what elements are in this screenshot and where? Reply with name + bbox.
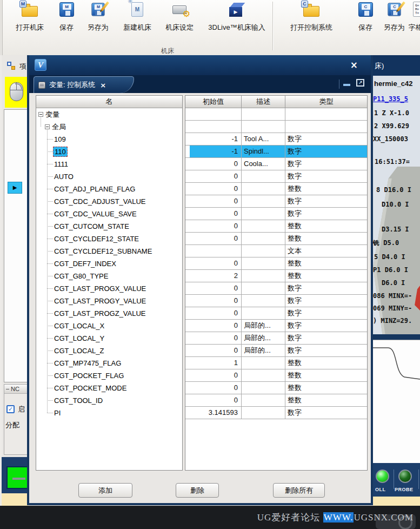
- variable-row-CGT_LOCAL_X[interactable]: 0局部的...数字: [185, 320, 367, 332]
- description-cell[interactable]: [242, 295, 285, 307]
- variable-row-PI[interactable]: 3.141593数字: [185, 407, 367, 419]
- collapse-toggle-icon[interactable]: [45, 124, 50, 129]
- type-cell[interactable]: 数字: [285, 295, 367, 307]
- tree-node-label[interactable]: CGT_POCKET_MODE: [54, 382, 126, 394]
- ribbon-button-5[interactable]: ▶3DLive™机床输入: [201, 0, 272, 39]
- initial-value-cell[interactable]: 0: [185, 282, 242, 294]
- initial-value-cell[interactable]: 2: [185, 270, 242, 282]
- tree-node-CGT_CUTCOM_STATE[interactable]: CGT_CUTCOM_STATE: [36, 220, 182, 233]
- variable-row-CGT_CUTCOM_STATE[interactable]: 0整数: [185, 220, 367, 233]
- type-cell[interactable]: 整数: [285, 270, 367, 282]
- description-cell[interactable]: [242, 195, 285, 207]
- type-cell[interactable]: 数字: [285, 170, 367, 182]
- tree-node-CGT_CDC_VALUE_SAVE[interactable]: CGT_CDC_VALUE_SAVE: [36, 208, 182, 220]
- tree-node-109[interactable]: 109: [36, 133, 182, 146]
- description-cell[interactable]: [242, 233, 285, 244]
- type-cell[interactable]: 数字: [285, 407, 367, 419]
- description-cell[interactable]: [242, 220, 285, 232]
- nc-section-header[interactable]: NC: [4, 385, 28, 394]
- tree-node-label[interactable]: CGT_G80_TYPE: [54, 270, 108, 282]
- initial-value-cell[interactable]: 0: [185, 382, 242, 394]
- tree-node-label[interactable]: CGT_ADJ_PLANE_FLAG: [54, 183, 135, 195]
- variable-row-CGT_CDC_ADJUST_VALUE[interactable]: 0数字: [185, 195, 367, 208]
- type-cell[interactable]: 数字: [285, 158, 367, 170]
- tree-node-label[interactable]: PI: [54, 407, 61, 419]
- tree-node-label[interactable]: 1111: [54, 158, 68, 170]
- initial-value-cell[interactable]: 0: [185, 307, 242, 319]
- description-cell[interactable]: 局部的...: [242, 332, 285, 344]
- ribbon-button-3[interactable]: ✳M新建机床: [116, 0, 159, 39]
- tree-node-AUTO[interactable]: AUTO: [36, 170, 182, 183]
- variable-row-CGT_G80_TYPE[interactable]: 2整数: [185, 270, 367, 282]
- tree-node-label[interactable]: CGT_POCKET_FLAG: [54, 369, 124, 382]
- description-cell[interactable]: [242, 245, 285, 257]
- type-cell[interactable]: 数字: [285, 195, 367, 207]
- initial-value-cell[interactable]: -1: [185, 133, 242, 145]
- type-cell[interactable]: 数字: [285, 208, 367, 220]
- initial-value-cell[interactable]: 0: [185, 257, 242, 269]
- tree-node-label[interactable]: CGT_CYCLDEF12_STATE: [54, 233, 139, 245]
- tree-node-变量[interactable]: 变量: [36, 108, 182, 121]
- type-cell[interactable]: 整数: [285, 357, 367, 369]
- description-cell[interactable]: [242, 382, 285, 394]
- tree-node-110[interactable]: 110: [36, 146, 182, 158]
- initial-value-cell[interactable]: 0: [185, 220, 242, 232]
- description-cell[interactable]: [242, 307, 285, 319]
- tree-node-label[interactable]: CGT_TOOL_ID: [54, 394, 103, 407]
- variable-row-CGT_LOCAL_Y[interactable]: 0局部的...数字: [185, 332, 367, 345]
- initial-value-cell[interactable]: 0: [185, 345, 242, 356]
- initial-value-cell[interactable]: 0: [185, 295, 242, 307]
- tree-node-label[interactable]: CGT_LOCAL_Y: [54, 332, 104, 345]
- description-cell[interactable]: [242, 394, 285, 406]
- column-header-type[interactable]: 类型: [285, 96, 367, 108]
- mouse-mode-tile[interactable]: [5, 77, 28, 108]
- initial-value-cell[interactable]: -1: [185, 146, 242, 157]
- tree-node-CGT_ADJ_PLANE_FLAG[interactable]: CGT_ADJ_PLANE_FLAG: [36, 183, 182, 195]
- variable-row-变量[interactable]: [185, 108, 367, 121]
- initial-value-cell[interactable]: 0: [185, 195, 242, 207]
- type-cell[interactable]: 文本: [285, 245, 367, 257]
- description-cell[interactable]: Tool A...: [242, 133, 285, 145]
- tab-variables-control[interactable]: 变量: 控制系统 ×: [34, 76, 134, 93]
- tree-node-CGT_LAST_PROGZ_VALUE[interactable]: CGT_LAST_PROGZ_VALUE: [36, 307, 182, 320]
- tree-node-label[interactable]: CGT_DEF7_INDEX: [54, 257, 116, 270]
- type-cell[interactable]: 数字: [285, 320, 367, 332]
- initial-value-cell[interactable]: 3.141593: [185, 407, 242, 419]
- variable-row-CGT_POCKET_MODE[interactable]: 0整数: [185, 382, 367, 394]
- tree-node-CGT_POCKET_FLAG[interactable]: CGT_POCKET_FLAG: [36, 369, 182, 382]
- variable-row-CGT_LAST_PROGX_VALUE[interactable]: 0数字: [185, 282, 367, 295]
- description-cell[interactable]: [242, 270, 285, 282]
- tree-node-CGT_LOCAL_Y[interactable]: CGT_LOCAL_Y: [36, 332, 182, 345]
- variable-row-CGT_ADJ_PLANE_FLAG[interactable]: 0整数: [185, 183, 367, 195]
- tree-node-CGT_MP7475_FLAG[interactable]: CGT_MP7475_FLAG: [36, 357, 182, 369]
- tree-node-label[interactable]: CGT_CYCLDEF12_SUBNAME: [54, 245, 152, 257]
- ribbon-button-0[interactable]: M打开机床: [6, 0, 53, 39]
- ribbon-button-4[interactable]: ⚙机床设定: [158, 0, 201, 39]
- undock-icon[interactable]: ↗: [356, 79, 364, 87]
- tree-node-PI[interactable]: PI: [36, 407, 182, 419]
- ribbon-button-2[interactable]: M另存为: [80, 0, 116, 39]
- initial-value-cell[interactable]: 0: [185, 183, 242, 195]
- tree-node-label[interactable]: CGT_CUTCOM_STATE: [54, 220, 129, 233]
- column-header-name[interactable]: 名: [36, 96, 182, 108]
- tree-node-CGT_DEF7_INDEX[interactable]: CGT_DEF7_INDEX: [36, 257, 182, 270]
- description-cell[interactable]: [242, 357, 285, 369]
- type-cell[interactable]: 整数: [285, 220, 367, 232]
- description-cell[interactable]: [242, 121, 285, 133]
- variable-row-CGT_CDC_VALUE_SAVE[interactable]: 0数字: [185, 208, 367, 220]
- initial-value-cell[interactable]: 0: [185, 208, 242, 220]
- tree-node-label[interactable]: CGT_LAST_PROGX_VALUE: [54, 282, 146, 295]
- tree-node-CGT_CYCLDEF12_SUBNAME[interactable]: CGT_CYCLDEF12_SUBNAME: [36, 245, 182, 257]
- dialog-titlebar[interactable]: V ×: [29, 55, 371, 75]
- description-cell[interactable]: [242, 407, 285, 419]
- type-cell[interactable]: 数字: [285, 332, 367, 344]
- column-header-description[interactable]: 描述: [242, 96, 285, 108]
- tree-node-CGT_POCKET_MODE[interactable]: CGT_POCKET_MODE: [36, 382, 182, 394]
- variable-row-全局[interactable]: [185, 121, 367, 133]
- initial-value-cell[interactable]: 0: [185, 158, 242, 170]
- tree-node-CGT_LOCAL_X[interactable]: CGT_LOCAL_X: [36, 320, 182, 332]
- description-cell[interactable]: [242, 282, 285, 294]
- speed-slider-button[interactable]: [6, 466, 29, 489]
- tree-node-label[interactable]: CGT_MP7475_FLAG: [54, 357, 121, 369]
- type-cell[interactable]: 整数: [285, 257, 367, 269]
